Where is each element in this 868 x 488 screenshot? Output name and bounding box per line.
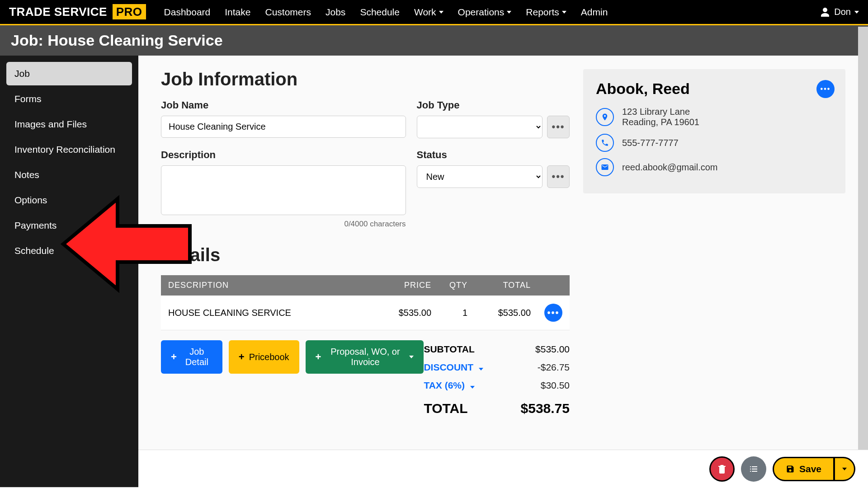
brand-name: TRADE SERVICE [9,5,107,19]
plus-icon: + [239,351,245,363]
details-table-header: DESCRIPTION PRICE QTY TOTAL [161,275,570,296]
chevron-down-icon [439,11,443,14]
row-total: $535.00 [467,308,531,318]
nav-admin[interactable]: Admin [581,7,608,18]
job-detail-label: Job Detail [181,347,212,367]
address-line1: 123 Library Lane [622,107,699,117]
add-job-detail-button[interactable]: +Job Detail [161,340,222,374]
sidebar-item-notes[interactable]: Notes [6,163,132,187]
sidebar-item-schedule[interactable]: Schedule [6,239,132,263]
chevron-down-icon [854,11,859,14]
nav-dashboard[interactable]: Dashboard [164,7,211,18]
address-line2: Reading, PA 19601 [622,117,699,127]
status-more-button[interactable]: ••• [547,165,570,188]
sidebar-item-forms[interactable]: Forms [6,87,132,111]
email-icon [596,158,614,176]
col-total: TOTAL [467,281,531,290]
nav-schedule[interactable]: Schedule [360,7,400,18]
footer: Save [138,450,868,488]
list-icon [748,464,759,474]
customer-email: reed.abook@gmail.com [622,162,718,173]
user-icon [820,7,830,18]
row-description: HOUSE CLEANING SERVICE [168,308,373,318]
status-select[interactable]: New [417,165,542,188]
col-price: PRICE [373,281,431,290]
subtotal-value: $535.00 [535,344,570,355]
col-description: DESCRIPTION [168,281,373,290]
row-price: $535.00 [373,308,431,318]
page-title: Job: House Cleaning Service [0,25,868,56]
save-label: Save [799,464,821,474]
brand-logo: TRADE SERVICE PRO [9,5,146,19]
sidebar-item-images-and-files[interactable]: Images and Files [6,113,132,136]
plus-icon: + [171,351,177,363]
total-value: $538.75 [521,401,570,416]
top-nav: TRADE SERVICE PRO DashboardIntakeCustome… [0,0,868,25]
brand-suffix: PRO [113,4,146,19]
user-menu[interactable]: Don [820,7,859,18]
delete-button[interactable] [709,456,735,482]
main-content: Job Information Job Name Job Type ••• De… [138,56,868,487]
details-heading: Details [161,245,570,265]
tax-label: TAX (6%) [424,380,465,390]
row-more-button[interactable]: ••• [544,304,562,322]
location-icon [596,108,614,126]
description-label: Description [161,149,406,161]
nav-customers[interactable]: Customers [265,7,311,18]
customer-phone: 555-777-7777 [622,138,679,148]
nav-reports[interactable]: Reports [526,7,566,18]
user-name: Don [834,7,851,17]
phone-icon [596,134,614,152]
table-row[interactable]: HOUSE CLEANING SERVICE $535.00 1 $535.00… [161,296,570,330]
subtotal-label: SUBTOTAL [424,344,474,355]
chevron-down-icon [479,368,483,371]
status-label: Status [417,149,570,161]
nav-work[interactable]: Work [414,7,443,18]
discount-value: -$26.75 [538,362,570,373]
plus-icon: + [316,351,321,363]
sidebar-item-job[interactable]: Job [6,62,132,85]
sidebar-item-inventory-reconciliation[interactable]: Inventory Reconciliation [6,138,132,161]
save-button[interactable]: Save [773,457,835,481]
discount-link[interactable]: DISCOUNT -$26.75 [424,358,570,376]
sidebar: JobFormsImages and FilesInventory Reconc… [0,56,138,487]
save-dropdown-button[interactable] [835,457,855,481]
nav-operations[interactable]: Operations [458,7,512,18]
pricebook-label: Pricebook [249,352,289,362]
job-type-label: Job Type [417,99,570,111]
job-name-input[interactable] [161,116,406,138]
add-proposal-button[interactable]: +Proposal, WO, or Invoice [306,340,424,374]
add-pricebook-button[interactable]: +Pricebook [229,340,299,374]
proposal-label: Proposal, WO, or Invoice [326,347,405,367]
trash-icon [717,464,727,474]
discount-label: DISCOUNT [424,362,473,372]
description-textarea[interactable] [161,165,406,215]
job-type-select[interactable] [417,116,542,138]
char-count: 0/4000 characters [161,220,406,229]
chevron-down-icon [470,386,475,389]
job-name-label: Job Name [161,99,406,111]
customer-more-button[interactable]: ••• [816,80,835,98]
col-qty: QTY [431,281,467,290]
chevron-down-icon [507,11,511,14]
totals: SUBTOTAL$535.00 DISCOUNT -$26.75 TAX (6%… [424,340,570,420]
tax-value: $30.50 [541,380,570,391]
sidebar-item-options[interactable]: Options [6,188,132,212]
chevron-down-icon [842,468,847,470]
nav-links: DashboardIntakeCustomersJobsScheduleWork… [164,7,608,18]
customer-card: ••• Abook, Reed 123 Library Lane Reading… [583,69,845,193]
chevron-down-icon [409,356,414,358]
nav-jobs[interactable]: Jobs [326,7,345,18]
tax-link[interactable]: TAX (6%) $30.50 [424,376,570,394]
nav-intake[interactable]: Intake [225,7,250,18]
sidebar-item-payments[interactable]: Payments [6,214,132,237]
row-qty: 1 [431,308,467,318]
list-button[interactable] [741,456,766,482]
total-label: TOTAL [424,401,467,416]
chevron-down-icon [562,11,566,14]
customer-name: Abook, Reed [596,80,833,98]
save-icon [786,465,795,474]
job-info-heading: Job Information [161,69,570,89]
job-type-more-button[interactable]: ••• [547,116,570,138]
